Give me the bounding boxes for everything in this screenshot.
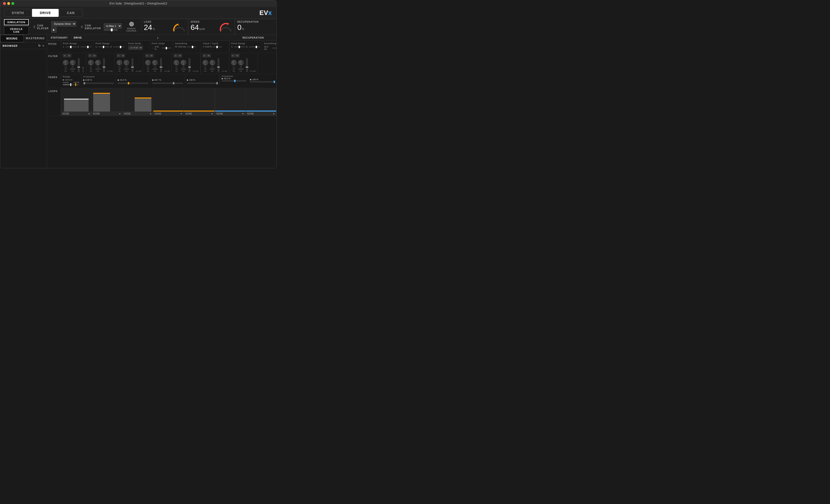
fade-bar[interactable]	[63, 84, 79, 85]
can-emulator-select[interactable]: to Max 1	[104, 23, 122, 29]
mute-btn-6[interactable]: M	[235, 54, 240, 57]
loop-dropdown-icon-recup1[interactable]: ▼	[242, 113, 244, 115]
close-button[interactable]	[3, 2, 6, 5]
drive-pitch-slider2[interactable]	[113, 46, 124, 47]
recup-crossover-bar-1[interactable]	[250, 81, 275, 83]
knob-hi-5[interactable]	[210, 60, 215, 65]
mixing-tab[interactable]: MIXING	[0, 35, 24, 42]
loop-select-d1: NONE ▼	[92, 112, 122, 116]
manual-control-label: MANUALCONTROL	[126, 27, 137, 32]
vol-slider-3[interactable]	[160, 58, 162, 72]
maximize-button[interactable]	[11, 2, 14, 5]
knob-hi-2[interactable]	[124, 60, 129, 65]
vol-slider-2[interactable]	[132, 58, 133, 72]
loop-dropdown-icon-d2[interactable]: ▼	[150, 113, 152, 115]
mute-btn-0[interactable]: M	[67, 54, 71, 57]
minimize-button[interactable]	[7, 2, 10, 5]
vol-slider-4[interactable]	[189, 58, 190, 72]
loop-select-d4: NONE ▼	[184, 112, 215, 116]
loop-bar-top-stat	[64, 99, 88, 100]
gauge-section: LOAD 24 % SPEED 64 km/h	[141, 19, 277, 35]
mute-btn-4[interactable]: M	[178, 54, 182, 57]
knob-hi-circle-0[interactable]	[70, 60, 75, 65]
knob-hi-1[interactable]	[95, 60, 101, 65]
slope-slider[interactable]	[162, 48, 171, 49]
recup-pitch-slider1[interactable]	[234, 46, 245, 47]
can-emulator-led	[81, 26, 83, 28]
drive-pitch-slider1[interactable]	[98, 46, 109, 47]
mute-btn-2[interactable]: M	[121, 54, 125, 57]
vol-slider-1[interactable]	[103, 58, 105, 72]
loop-bar-top-d4	[184, 111, 215, 112]
tab-can[interactable]: CAN	[59, 9, 82, 17]
knob-lo-2[interactable]	[117, 60, 122, 65]
crossover-bar-0[interactable]	[83, 83, 114, 84]
manual-control-circle[interactable]	[129, 22, 134, 26]
browser-drop-area[interactable]: Drop...	[0, 49, 47, 168]
recup-smoothing-slider[interactable]	[272, 48, 277, 49]
knob-lo-circle-0[interactable]	[63, 60, 68, 65]
drive-number: 1	[86, 36, 230, 39]
tab-synth[interactable]: SYNTH	[4, 9, 32, 17]
vehicle-can-button[interactable]: VEHICLE CAN	[4, 26, 29, 35]
can-emulator-slider[interactable]	[104, 29, 118, 30]
knob-lo-6[interactable]	[231, 60, 237, 65]
loop-dropdown-icon-recup2[interactable]: ▼	[273, 113, 275, 115]
recup-crossover-bar-0[interactable]	[222, 80, 246, 82]
solo-btn-4[interactable]: S	[173, 54, 178, 57]
loop-d3: NONE ▼	[153, 88, 184, 116]
pitch-slope-section: Pitch Slope ⟋ 0.00 %	[150, 41, 173, 52]
loop-dropdown-icon-d4[interactable]: ▼	[211, 113, 213, 115]
smoothing-title: Smoothing	[175, 42, 199, 45]
stack-slider[interactable]	[213, 46, 222, 47]
fades-stat: Range ▶ 100 km/h 0 km/h 215.00	[61, 74, 81, 87]
loop-bar-top-d3	[153, 111, 184, 112]
simulation-button[interactable]: SIMULATION	[4, 19, 29, 25]
solo-btn-0[interactable]: S	[63, 54, 67, 57]
loop-d2: NONE ▼	[122, 88, 153, 116]
knob-hi-3[interactable]	[152, 60, 158, 65]
add-icon[interactable]: +	[42, 44, 44, 48]
loop-dropdown-icon-stat[interactable]: ▼	[88, 113, 90, 115]
loop-visual-recup1	[215, 88, 246, 112]
can-play-button[interactable]: ▶	[52, 27, 57, 32]
vol-slider-5[interactable]	[218, 58, 219, 72]
loop-dropdown-icon-d3[interactable]: ▼	[180, 113, 182, 115]
knob-lo-1[interactable]	[88, 60, 94, 65]
knob-hi-6[interactable]	[238, 60, 244, 65]
solo-btn-2[interactable]: S	[117, 54, 120, 57]
mute-btn-3[interactable]: M	[149, 54, 154, 57]
crossover-bar-1[interactable]	[118, 83, 148, 84]
loop-bar-top-d2a	[135, 97, 152, 98]
recup-pitch-slider2[interactable]	[249, 46, 260, 47]
mastering-tab[interactable]: MASTERING	[24, 35, 47, 42]
knob-lo-3[interactable]	[145, 60, 151, 65]
knob-lo-5[interactable]	[202, 60, 208, 65]
filter-row: FILTER S M Lo20Hz	[47, 53, 277, 74]
refresh-icon[interactable]: ↻	[38, 44, 41, 48]
solo-btn-3[interactable]: S	[145, 54, 149, 57]
crossover-bar-2[interactable]	[152, 83, 183, 84]
solo-btn-6[interactable]: S	[231, 54, 235, 57]
knob-lo-4[interactable]	[173, 60, 179, 65]
filter-db-0: 0.0 dB	[82, 67, 84, 72]
solo-btn-1[interactable]: S	[88, 54, 92, 57]
stat-pitch-slider2[interactable]	[81, 46, 92, 47]
tab-drive[interactable]: DRIVE	[32, 9, 59, 17]
load-value: 24	[144, 24, 152, 31]
recuperation-value: 0	[237, 24, 242, 31]
stationary-pitch: Pitch Range 1. 2.	[61, 41, 94, 52]
knob-hi-4[interactable]	[181, 60, 186, 65]
loop-dropdown-icon-d1[interactable]: ▼	[119, 113, 121, 115]
pitch-mode-select[interactable]: Lin (Full)	[128, 45, 143, 50]
loop-visual-stat	[61, 88, 92, 112]
stat-pitch-slider1[interactable]	[66, 46, 77, 47]
vol-slider-6[interactable]	[246, 58, 248, 72]
mute-btn-5[interactable]: M	[207, 54, 211, 57]
can-player-select[interactable]: Dynamic Drive	[52, 21, 76, 26]
solo-btn-5[interactable]: S	[202, 54, 206, 57]
mute-btn-1[interactable]: M	[92, 54, 96, 57]
vol-slider-0[interactable]	[78, 58, 80, 72]
crossover-bar-3[interactable]	[187, 83, 218, 84]
smoothing-slider[interactable]	[187, 46, 196, 47]
